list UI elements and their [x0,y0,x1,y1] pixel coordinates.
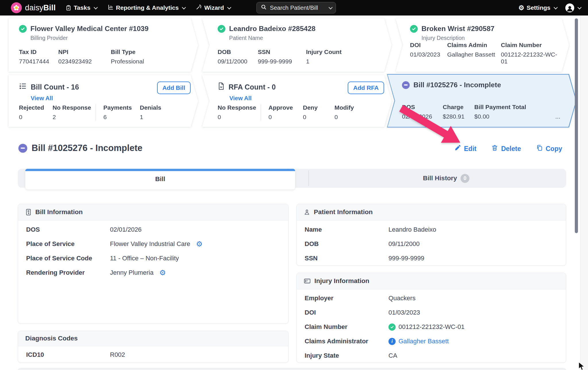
gear-icon: ⚙ [519,5,525,11]
stat-approve: Approve 0 [268,104,303,121]
stat-no-response: No Response 0 [218,104,261,121]
bill-document-icon [25,209,32,216]
claim-number-value: 001212-221232-WC-01 [399,323,465,331]
chevron-down-icon [182,5,186,9]
field-doi: DOI 01/03/2023 [410,42,447,65]
rfa-document-icon [218,82,225,92]
patient-information-card: Patient Information Name Leandro Badeixo… [296,204,566,266]
stat-no-response: No Response 2 [53,104,96,121]
field-tax-id: Tax ID 770417444 [19,49,58,65]
copy-icon [536,144,543,153]
chevron-down-icon [94,5,98,9]
rendering-provider-value: Jenny Plumeria [110,269,154,276]
patient-ssn-value: 999-99-9999 [388,255,424,262]
breadcrumb-billing-provider[interactable]: Flower Valley Medical Center #1039 Billi… [9,18,198,72]
check-circle-icon [410,25,418,33]
field-injury-count: Injury Count 1 [306,49,342,65]
check-circle-icon [388,323,396,331]
brand-logo[interactable]: ✿ daisyBill [11,2,56,13]
nav-settings[interactable]: ⚙ Settings [519,4,557,11]
chevron-down-icon [227,5,231,9]
stat-rejected: Rejected 0 [19,104,53,121]
brand-name: daisyBill [25,3,56,12]
page-title: Bill #1025276 - Incomplete [32,143,142,153]
rendering-provider-gear-icon[interactable]: ⚙ [159,269,166,276]
daisy-logo-icon: ✿ [11,2,22,13]
billing-provider-subtitle: Billing Provider [30,35,189,41]
doi-value: 01/03/2023 [388,309,420,316]
rfa-count-title: RFA Count - 0 [229,83,276,91]
divider [261,104,261,121]
edit-button[interactable]: Edit [454,144,476,153]
top-nav: ✿ daisyBill Tasks Reporting & Analytics [0,0,588,16]
field-bill-type: Bill Type Professional [111,49,144,65]
patient-name-value: Leandro Badeixo [388,226,436,233]
daisybill-app: ✿ daisyBill Tasks Reporting & Analytics [0,0,588,370]
stat-denials: Denials 1 [140,104,161,121]
stat-deny: Deny 0 [303,104,334,121]
scrollbar-track[interactable] [580,16,588,370]
injury-card-icon [304,278,311,284]
place-of-service-gear-icon[interactable]: ⚙ [196,240,203,248]
search-patient-bill[interactable]: Search Patient/Bill [256,2,336,13]
history-count-badge: 0 [461,174,469,183]
patient-dob-value: 09/11/2000 [388,240,419,248]
icd10-value: R002 [110,351,125,359]
injury-state-value: CA [388,352,397,359]
billing-provider-title: Flower Valley Medical Center #1039 [30,25,148,33]
nav-wizard[interactable]: Wizard [196,4,230,11]
bill-information-card: Bill Information DOS 02/01/2026 Place of… [18,204,289,324]
nav-tasks[interactable]: Tasks [65,4,97,11]
injury-subtitle: Injury Description [421,35,560,41]
scrollbar-thumb[interactable] [575,18,578,233]
stat-modify: Modify 0 [334,104,354,121]
patient-information-title: Patient Information [314,208,373,216]
field-claim-number: Claim Number 001212-221232-WC-01 [501,42,560,65]
chevron-down-icon [554,5,558,9]
place-of-service-value: Flower Valley Industrial Care [110,240,190,248]
injury-information-card: Injury Information Employer Quackers DOI… [296,273,566,363]
stat-charge: Charge $280.91 [443,104,474,120]
employer-value: Quackers [388,295,415,302]
add-rfa-button[interactable]: Add RFA [348,82,384,94]
add-bill-button[interactable]: Add Bill [157,82,191,94]
active-bill-card[interactable]: Bill #1025276 - Incomplete DOS 02/01/202… [387,74,577,127]
trash-icon [491,144,498,153]
nav-reporting-analytics[interactable]: Reporting & Analytics [108,4,185,11]
stat-dos: DOS 02/01/2026 [402,104,443,120]
copy-button[interactable]: Copy [536,144,562,153]
check-circle-icon [218,25,225,33]
bill-tabs: Bill Bill History 0 [18,169,566,188]
wand-icon [196,4,202,11]
next-section-partial [18,368,566,370]
bill-list-icon [19,82,27,92]
more-indicator[interactable]: ... [555,113,560,120]
mouse-cursor [578,362,586,370]
claims-administrator-link[interactable]: Gallagher Bassett [399,338,449,345]
search-icon [261,4,267,11]
chart-icon [108,4,114,11]
divider [96,104,96,121]
field-claims-admin: Claims Admin Gallagher Bassett [447,42,501,65]
rfa-count-card: RFA Count - 0 View All Add RFA No Respon… [202,75,392,127]
tab-bill-history[interactable]: Bill History 0 [309,169,583,188]
breadcrumb-injury[interactable]: Broken Wrist #290587 Injury Description … [396,18,569,72]
delete-button[interactable]: Delete [491,144,521,153]
nav-account-menu[interactable] [565,3,581,12]
breadcrumb-patient[interactable]: Leandro Badeixo #285428 Patient Name DOB… [202,18,392,72]
bill-count-card: Bill Count - 16 View All Add Bill Reject… [9,75,198,127]
place-of-service-code-value: 11 - Office – Non-Facility [110,255,179,262]
patient-title: Leandro Badeixo #285428 [229,25,316,33]
tab-bill[interactable]: Bill [25,169,295,189]
patient-icon [304,209,310,216]
rfa-count-view-all-link[interactable]: View All [229,95,252,102]
active-bill-title: Bill #1025276 - Incomplete [413,81,501,89]
bill-count-view-all-link[interactable]: View All [31,95,53,102]
patient-subtitle: Patient Name [229,35,383,41]
field-ssn: SSN 999-99-9999 [258,49,306,65]
field-dob: DOB 09/11/2000 [218,49,258,65]
chevron-down-icon [577,5,581,9]
dos-value: 02/01/2026 [110,226,142,233]
info-icon[interactable]: i [388,338,396,345]
bill-count-title: Bill Count - 16 [31,83,79,91]
